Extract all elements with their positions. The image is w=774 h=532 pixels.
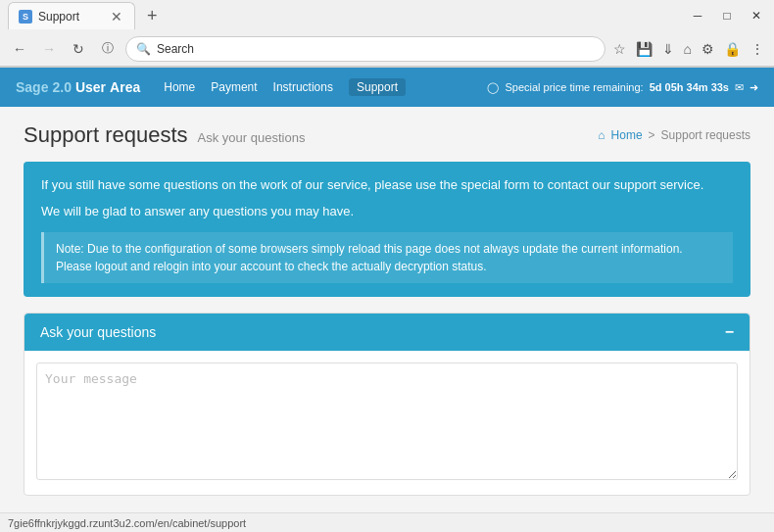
brand-user: User [75, 79, 106, 95]
nav-support[interactable]: Support [349, 78, 406, 96]
tab-bar: S Support ✕ + [8, 2, 688, 29]
note-text: Note: Due to the configuration of some b… [56, 242, 683, 273]
url-bar[interactable]: 🔍 [125, 36, 605, 62]
menu-icon[interactable]: ⋮ [749, 39, 766, 59]
address-bar: ← → ↻ ⓘ 🔍 ☆ 💾 ⇓ ⌂ ⚙ 🔒 ⋮ [0, 31, 774, 67]
back-button[interactable]: ← [8, 37, 31, 61]
window-controls: ─ □ ✕ [688, 9, 766, 23]
page-subtitle: Ask your questions [198, 130, 306, 145]
forward-button[interactable]: → [37, 37, 61, 61]
breadcrumb-current: Support requests [661, 128, 750, 142]
page-content: fish.com Support requests Ask your quest… [0, 107, 774, 512]
arrow-icon[interactable]: ➜ [750, 81, 758, 94]
panel-body [24, 351, 750, 495]
brand-version: 2.0 [52, 79, 71, 95]
url-input[interactable] [157, 42, 595, 56]
clock-icon: ◯ [487, 81, 499, 94]
minimize-button[interactable]: ─ [688, 9, 707, 23]
ask-questions-panel: Ask your questions − [24, 313, 750, 496]
page-inner: Support requests Ask your questions ⌂ Ho… [0, 107, 774, 512]
save-icon[interactable]: 💾 [634, 39, 654, 59]
panel-title: Ask your questions [40, 324, 156, 340]
info-line1: If you still have some questions on the … [41, 175, 733, 196]
status-url: 7gie6ffnkrjykggd.rzunt3u2.com/en/cabinet… [8, 517, 246, 529]
message-textarea[interactable] [36, 363, 738, 480]
browser-content: Sage 2.0 User Area Home Payment Instruct… [0, 68, 774, 532]
maximize-button[interactable]: □ [717, 9, 737, 23]
info-button[interactable]: ⓘ [96, 37, 120, 61]
nav-payment[interactable]: Payment [211, 80, 257, 94]
tab-close-button[interactable]: ✕ [109, 9, 124, 24]
breadcrumb-home-link[interactable]: Home [611, 128, 643, 142]
new-tab-button[interactable]: + [139, 6, 166, 26]
panel-header: Ask your questions − [24, 314, 750, 351]
breadcrumb: ⌂ Home > Support requests [598, 128, 750, 142]
envelope-icon[interactable]: ✉ [735, 81, 744, 94]
site-navbar: Sage 2.0 User Area Home Payment Instruct… [0, 68, 774, 107]
page-title-area: Support requests Ask your questions [24, 122, 305, 148]
brand-area: Area [110, 79, 140, 95]
note-box: Note: Due to the configuration of some b… [41, 232, 733, 283]
title-bar: S Support ✕ + ─ □ ✕ [0, 0, 774, 31]
nav-home[interactable]: Home [164, 80, 195, 94]
nav-instructions[interactable]: Instructions [273, 80, 333, 94]
reload-button[interactable]: ↻ [67, 37, 90, 61]
window-chrome: S Support ✕ + ─ □ ✕ ← → ↻ ⓘ 🔍 ☆ 💾 ⇓ ⌂ ⚙ [0, 0, 774, 68]
download-icon[interactable]: ⇓ [660, 39, 676, 59]
search-icon: 🔍 [136, 42, 151, 56]
star-icon[interactable]: ☆ [611, 39, 628, 59]
status-bar: 7gie6ffnkrjykggd.rzunt3u2.com/en/cabinet… [0, 512, 774, 532]
extension-icon[interactable]: ⚙ [700, 39, 716, 59]
tab-favicon: S [19, 10, 32, 24]
info-line2: We will be glad to answer any questions … [41, 202, 733, 222]
timer-value: 5d 05h 34m 33s [650, 81, 729, 93]
page-header: Support requests Ask your questions ⌂ Ho… [24, 122, 750, 148]
close-button[interactable]: ✕ [747, 9, 766, 23]
site-brand: Sage 2.0 User Area [16, 79, 140, 95]
home-icon[interactable]: ⌂ [682, 39, 694, 59]
breadcrumb-home-icon: ⌂ [598, 128, 605, 142]
browser-tab[interactable]: S Support ✕ [8, 2, 135, 29]
site-nav: Home Payment Instructions Support [164, 78, 406, 96]
site-timer: ◯ Special price time remaining: 5d 05h 3… [487, 81, 758, 94]
brand-name: Sage [16, 79, 48, 95]
shield-icon[interactable]: 🔒 [722, 39, 743, 59]
info-box: If you still have some questions on the … [24, 162, 750, 297]
breadcrumb-separator: > [649, 128, 655, 142]
panel-collapse-button[interactable]: − [725, 323, 734, 341]
page-title: Support requests [24, 122, 188, 148]
timer-label: Special price time remaining: [505, 81, 643, 93]
tab-title: Support [38, 10, 79, 24]
toolbar-icons: ☆ 💾 ⇓ ⌂ ⚙ 🔒 ⋮ [611, 39, 766, 59]
